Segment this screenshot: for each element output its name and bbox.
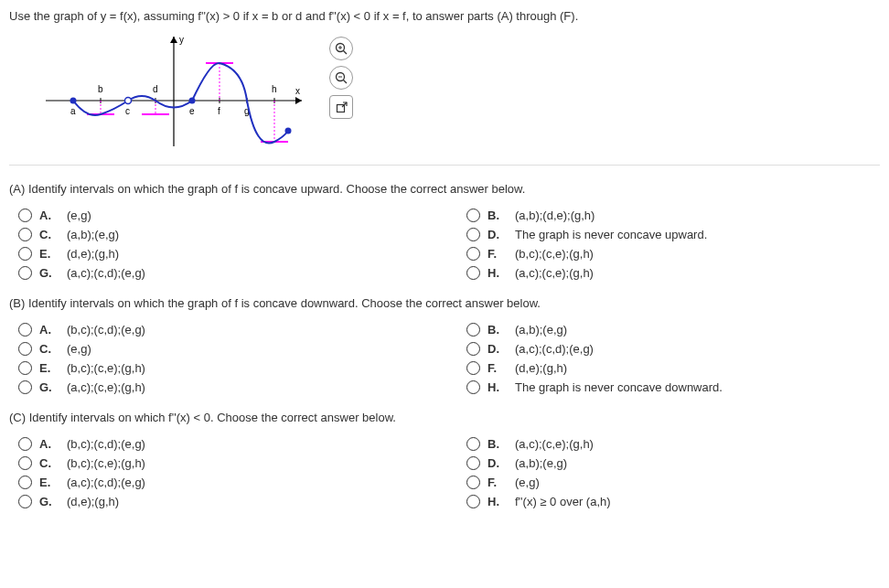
radio-icon[interactable]	[466, 495, 480, 508]
svg-point-31	[285, 128, 292, 134]
answer-option[interactable]: G.(a,c);(c,e);(g,h)	[18, 380, 466, 394]
answer-option[interactable]: B.(a,c);(c,e);(g,h)	[466, 437, 880, 451]
option-letter: B.	[487, 323, 500, 337]
answer-option[interactable]: E.(a,c);(c,d);(e,g)	[18, 476, 466, 489]
radio-icon[interactable]	[466, 228, 480, 241]
x-axis-label: x	[295, 86, 300, 96]
option-text: (d,e);(g,h)	[67, 247, 119, 261]
svg-marker-1	[295, 97, 302, 104]
option-letter: D.	[487, 228, 500, 241]
answer-option[interactable]: A.(b,c);(c,d);(e,g)	[18, 323, 466, 337]
option-text: (a,b);(e,g)	[515, 323, 567, 337]
option-text: (a,c);(c,d);(e,g)	[67, 266, 145, 280]
radio-icon[interactable]	[18, 266, 32, 280]
radio-icon[interactable]	[18, 323, 32, 337]
option-letter: H.	[487, 266, 500, 280]
zoom-in-icon[interactable]	[329, 37, 353, 60]
radio-icon[interactable]	[466, 342, 480, 356]
answer-option[interactable]: B.(a,b);(d,e);(g,h)	[466, 208, 880, 222]
option-text: (e,g)	[515, 476, 540, 489]
radio-icon[interactable]	[18, 361, 32, 375]
radio-icon[interactable]	[18, 380, 32, 394]
answer-option[interactable]: C.(b,c);(c,e);(g,h)	[18, 456, 466, 470]
radio-icon[interactable]	[466, 208, 480, 222]
svg-text:b: b	[98, 84, 103, 94]
answer-option[interactable]: G.(d,e);(g,h)	[18, 495, 466, 508]
answer-option[interactable]: G.(a,c);(c,d);(e,g)	[18, 266, 466, 280]
answer-option[interactable]: F.(b,c);(c,e);(g,h)	[466, 247, 880, 261]
question-prompt: Use the graph of y = f(x), assuming f''(…	[9, 9, 880, 23]
svg-text:c: c	[125, 106, 130, 116]
answer-option[interactable]: D.(a,c);(c,d);(e,g)	[466, 342, 880, 356]
answer-option[interactable]: B.(a,b);(e,g)	[466, 323, 880, 337]
svg-text:a: a	[70, 106, 76, 116]
function-graph: y x a b c d e f g h	[37, 32, 311, 151]
section-header: (C) Identify intervals on which f''(x) <…	[9, 411, 880, 424]
answer-option[interactable]: A.(e,g)	[18, 208, 466, 222]
option-letter: E.	[39, 247, 52, 261]
option-text: (b,c);(c,d);(e,g)	[67, 323, 145, 337]
radio-icon[interactable]	[466, 456, 480, 470]
option-text: (b,c);(c,e);(g,h)	[67, 361, 145, 375]
option-letter: F.	[487, 476, 500, 489]
answer-option[interactable]: D.(a,b);(e,g)	[466, 456, 880, 470]
answer-option[interactable]: E.(b,c);(c,e);(g,h)	[18, 361, 466, 375]
svg-text:d: d	[153, 84, 158, 94]
answer-option[interactable]: C.(a,b);(e,g)	[18, 228, 466, 241]
answer-option[interactable]: D.The graph is never concave upward.	[466, 228, 880, 241]
option-letter: G.	[39, 266, 52, 280]
svg-point-28	[70, 98, 77, 104]
radio-icon[interactable]	[18, 342, 32, 356]
svg-marker-3	[170, 37, 177, 43]
option-text: (d,e);(g,h)	[515, 361, 567, 375]
option-letter: G.	[39, 495, 52, 508]
radio-icon[interactable]	[18, 437, 32, 451]
radio-icon[interactable]	[466, 247, 480, 261]
svg-line-37	[343, 80, 347, 83]
answer-option[interactable]: F.(e,g)	[466, 476, 880, 489]
option-letter: B.	[487, 208, 500, 222]
svg-point-29	[125, 98, 132, 104]
option-letter: H.	[487, 495, 500, 508]
zoom-out-icon[interactable]	[329, 66, 353, 90]
popout-icon[interactable]	[329, 95, 353, 119]
option-text: (a,c);(c,e);(g,h)	[515, 266, 594, 280]
answer-option[interactable]: F.(d,e);(g,h)	[466, 361, 880, 375]
option-letter: G.	[39, 380, 52, 394]
radio-icon[interactable]	[466, 266, 480, 280]
radio-icon[interactable]	[18, 495, 32, 508]
answer-option[interactable]: H.The graph is never concave downward.	[466, 380, 880, 394]
radio-icon[interactable]	[466, 361, 480, 375]
answer-option[interactable]: A.(b,c);(c,d);(e,g)	[18, 437, 466, 451]
answer-option[interactable]: H.(a,c);(c,e);(g,h)	[466, 266, 880, 280]
option-letter: D.	[487, 342, 500, 356]
radio-icon[interactable]	[18, 456, 32, 470]
option-letter: B.	[487, 437, 500, 451]
option-text: (a,c);(c,e);(g,h)	[67, 380, 145, 394]
option-letter: C.	[39, 342, 52, 356]
radio-icon[interactable]	[466, 323, 480, 337]
option-text: (a,b);(e,g)	[515, 456, 567, 470]
radio-icon[interactable]	[18, 476, 32, 489]
radio-icon[interactable]	[18, 228, 32, 241]
option-text: (b,c);(c,d);(e,g)	[67, 437, 145, 451]
section-header: (B) Identify intervals on which the grap…	[9, 296, 880, 310]
radio-icon[interactable]	[466, 380, 480, 394]
option-letter: A.	[39, 323, 52, 337]
answer-option[interactable]: C.(e,g)	[18, 342, 466, 356]
option-text: (a,b);(e,g)	[67, 228, 119, 241]
answer-option[interactable]: H.f''(x) ≥ 0 over (a,h)	[466, 495, 880, 508]
radio-icon[interactable]	[18, 247, 32, 261]
option-text: (b,c);(c,e);(g,h)	[67, 456, 145, 470]
svg-text:f: f	[218, 106, 220, 116]
option-text: The graph is never concave upward.	[515, 228, 707, 241]
radio-icon[interactable]	[466, 437, 480, 451]
radio-icon[interactable]	[466, 476, 480, 489]
option-text: (e,g)	[67, 208, 91, 222]
radio-icon[interactable]	[18, 208, 32, 222]
option-text: The graph is never concave downward.	[515, 380, 723, 394]
option-text: (a,b);(d,e);(g,h)	[515, 208, 594, 222]
option-text: (b,c);(c,e);(g,h)	[515, 247, 594, 261]
option-letter: C.	[39, 228, 52, 241]
answer-option[interactable]: E.(d,e);(g,h)	[18, 247, 466, 261]
